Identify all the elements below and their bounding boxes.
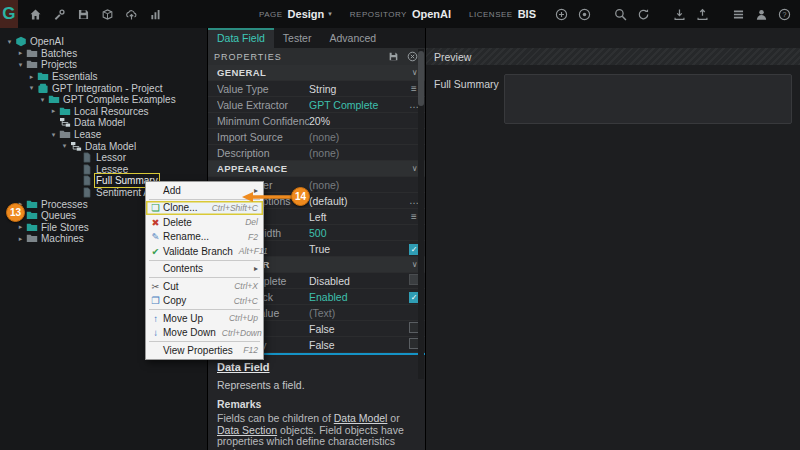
tree-node-lessor[interactable]: Lessor <box>0 152 207 164</box>
tree-node-label[interactable]: GPT Complete Examples <box>63 94 176 105</box>
tree-node-gpt-complete-examples[interactable]: ▾GPT Complete Examples <box>0 94 207 106</box>
move-up-icon: ↑ <box>148 313 163 324</box>
upload-icon[interactable] <box>695 7 710 22</box>
property-value[interactable]: (none) <box>309 131 403 143</box>
menu-item-view-properties[interactable]: View PropertiesF12 <box>146 343 263 358</box>
tree-node-label[interactable]: OpenAI <box>30 36 64 47</box>
tree-node-label[interactable]: Lessee <box>96 164 128 175</box>
property-value[interactable]: False <box>309 323 403 335</box>
tree-node-data-model[interactable]: ▾Data Model <box>0 140 207 152</box>
tree-node-label[interactable]: Data Model <box>85 141 136 152</box>
property-value[interactable]: (Text) <box>309 307 403 319</box>
tree-node-projects[interactable]: ▾Projects <box>0 59 207 71</box>
record-circle-icon[interactable] <box>577 7 592 22</box>
page-value[interactable]: Design <box>288 8 325 20</box>
expander-closed-icon[interactable]: ▸ <box>49 107 58 115</box>
tree-node-openai[interactable]: ▾OpenAI <box>0 36 207 48</box>
menu-item-cut[interactable]: ✂CutCtrl+X <box>146 279 263 294</box>
expander-closed-icon[interactable]: ▸ <box>16 223 25 231</box>
scrollbar-thumb[interactable] <box>418 51 424 106</box>
package-icon[interactable] <box>100 7 115 22</box>
menu-item-label: Move Up <box>163 313 203 324</box>
property-section-appearance[interactable]: APPEARANCE∨ <box>208 161 425 177</box>
property-label: Description <box>217 147 309 159</box>
copy-icon: ❐ <box>148 295 163 306</box>
tab-tester[interactable]: Tester <box>274 28 321 48</box>
property-value[interactable]: String <box>309 83 403 95</box>
preview-field-input[interactable] <box>504 74 792 124</box>
field-icon <box>80 164 93 175</box>
tree-node-lessee[interactable]: Lessee <box>0 164 207 176</box>
tree-node-label[interactable]: Data Model <box>74 117 125 128</box>
menu-item-move-down[interactable]: ↓Move DownCtrl+Down <box>146 326 263 341</box>
property-value[interactable]: Enabled <box>309 291 403 303</box>
help-icon[interactable]: ? <box>777 7 792 22</box>
refresh-icon[interactable] <box>636 7 651 22</box>
property-label: Import Source <box>217 131 309 143</box>
tree-node-batches[interactable]: ▸Batches <box>0 48 207 60</box>
expander-closed-icon[interactable]: ▸ <box>16 49 25 57</box>
property-section-general[interactable]: GENERAL∨ <box>208 65 425 81</box>
tree-node-label[interactable]: Projects <box>41 59 77 70</box>
stack-icon[interactable] <box>731 7 746 22</box>
tree-node-label[interactable]: Lease <box>74 129 101 140</box>
chart-icon[interactable] <box>148 7 163 22</box>
download-icon[interactable] <box>672 7 687 22</box>
page-selector[interactable]: PAGE Design ▾ <box>259 8 332 20</box>
tree-node-label[interactable]: Processes <box>41 199 88 210</box>
save-properties-icon[interactable] <box>387 50 400 63</box>
tree-node-label[interactable]: Machines <box>41 233 84 244</box>
property-value[interactable]: Disabled <box>309 275 403 287</box>
menu-item-copy[interactable]: ❐CopyCtrl+C <box>146 294 263 309</box>
expander-closed-icon[interactable]: ▸ <box>16 235 25 243</box>
expander-open-icon[interactable]: ▾ <box>38 96 47 104</box>
menu-item-contents[interactable]: Contents▸ <box>146 262 263 277</box>
property-value[interactable]: (none) <box>309 147 403 159</box>
cloud-upload-icon[interactable] <box>124 7 139 22</box>
tools-icon[interactable] <box>52 7 67 22</box>
repository-icon <box>14 36 27 47</box>
menu-item-rename-[interactable]: ✎Rename...F2 <box>146 230 263 245</box>
property-value[interactable]: GPT Complete <box>309 99 403 111</box>
expander-closed-icon[interactable]: ▸ <box>27 73 36 81</box>
tree-node-label[interactable]: GPT Integration - Project <box>52 83 162 94</box>
tree-node-label[interactable]: Batches <box>41 48 77 59</box>
tree-node-label[interactable]: Essentials <box>52 71 98 82</box>
expander-open-icon[interactable]: ▾ <box>60 142 69 150</box>
save-icon[interactable] <box>76 7 91 22</box>
property-value[interactable]: 500 <box>309 227 403 239</box>
expander-open-icon[interactable]: ▾ <box>27 84 36 92</box>
expander-open-icon[interactable]: ▾ <box>5 38 14 46</box>
grooper-logo: G <box>0 0 18 28</box>
add-circle-icon[interactable] <box>554 7 569 22</box>
tree-node-essentials[interactable]: ▸Essentials <box>0 71 207 83</box>
tree-node-data-model[interactable]: Data Model <box>0 117 207 129</box>
home-icon[interactable] <box>28 7 43 22</box>
property-value[interactable]: 20% <box>309 115 403 127</box>
tree-node-gpt-integration-project[interactable]: ▾GPT Integration - Project <box>0 82 207 94</box>
property-value[interactable]: (none) <box>309 179 403 191</box>
tree-node-label[interactable]: File Stores <box>41 222 89 233</box>
tab-data-field[interactable]: Data Field <box>208 28 274 48</box>
tree-node-label[interactable]: Lessor <box>96 152 126 163</box>
data-section-link[interactable]: Data Section <box>217 424 277 436</box>
menu-item-validate-branch[interactable]: ✔Validate BranchAlt+F11 <box>146 244 263 259</box>
tree-node-lease[interactable]: ▾Lease <box>0 129 207 141</box>
menu-item-move-up[interactable]: ↑Move UpCtrl+Up <box>146 311 263 326</box>
property-value[interactable]: False <box>309 339 403 351</box>
tree-node-label[interactable]: Local Resources <box>74 106 148 117</box>
user-icon[interactable] <box>754 7 769 22</box>
property-value[interactable]: (default) <box>309 195 403 207</box>
tree-node-local-resources[interactable]: ▸Local Resources <box>0 106 207 118</box>
tab-advanced[interactable]: Advanced <box>320 28 385 48</box>
expander-open-icon[interactable]: ▾ <box>49 131 58 139</box>
vertical-scrollbar[interactable] <box>418 49 424 379</box>
expander-open-icon[interactable]: ▾ <box>16 61 25 69</box>
tree-node-label[interactable]: Queues <box>41 210 76 221</box>
search-icon[interactable] <box>613 7 628 22</box>
data-model-link[interactable]: Data Model <box>334 412 388 424</box>
property-value[interactable]: Left <box>309 211 403 223</box>
property-value[interactable]: True <box>309 243 403 255</box>
menu-item-delete[interactable]: ✖DeleteDel <box>146 215 263 230</box>
menu-item-shortcut: Ctrl+C <box>228 296 258 306</box>
